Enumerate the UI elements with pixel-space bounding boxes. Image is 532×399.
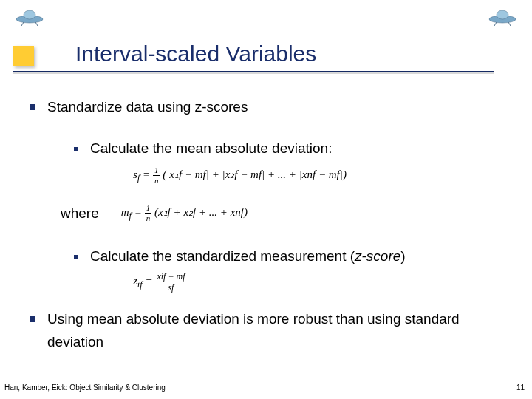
- bullet-level2: Calculate the mean absolute deviation:: [74, 137, 502, 160]
- where-row: where mf = 1n (x₁f + x₂f + ... + xnf): [61, 202, 502, 225]
- fraction: 1n: [145, 204, 152, 222]
- eq: =: [132, 206, 145, 218]
- formula-mad: sf = 1n (|x₁f − mf| + |x₂f − mf| + ... +…: [133, 165, 502, 186]
- bullet-text: Calculate the mean absolute deviation:: [90, 137, 332, 160]
- slide-number: 11: [516, 383, 525, 392]
- bullet-text: Calculate the standardized measurement (…: [90, 245, 406, 267]
- svg-line-2: [21, 22, 24, 26]
- svg-line-7: [508, 22, 511, 26]
- zscore-em: z-score: [355, 248, 400, 264]
- bullet-level1: Using mean absolute deviation is more ro…: [30, 308, 502, 353]
- eq: =: [143, 275, 156, 287]
- denom: n: [145, 214, 152, 222]
- footer: Han, Kamber, Eick: Object Similarity & C…: [4, 383, 525, 392]
- where-label: where: [61, 202, 99, 225]
- bullet-level2: Calculate the standardized measurement (…: [74, 245, 502, 267]
- slide: Interval-scaled Variables Standardize da…: [0, 0, 532, 399]
- terms: (|x₁f − mf| + |x₂f − mf| + ... + |xnf − …: [163, 168, 347, 180]
- square-bullet-icon: [74, 255, 78, 259]
- formula-zscore: zif = xif − mfsf: [133, 272, 502, 292]
- sub: if: [137, 279, 143, 290]
- svg-point-5: [497, 10, 508, 19]
- title-shadow: [13, 72, 494, 74]
- numer: 1: [153, 166, 160, 176]
- svg-line-6: [494, 22, 497, 26]
- terms: (x₁f + x₂f + ... + xnf): [154, 206, 248, 218]
- txt: ): [400, 248, 405, 264]
- square-bullet-icon: [30, 104, 35, 110]
- slide-title: Interval-scaled Variables: [75, 41, 316, 66]
- denom: n: [153, 176, 160, 185]
- numer: 1: [145, 204, 152, 214]
- body-content: Standardize data using z-scores Calculat…: [30, 96, 502, 353]
- footer-left: Han, Kamber, Eick: Object Similarity & C…: [4, 383, 166, 392]
- square-bullet-icon: [30, 316, 35, 322]
- numer: xif − mf: [155, 272, 186, 282]
- bullet-text: Using mean absolute deviation is more ro…: [47, 308, 502, 353]
- ufo-icon: [15, 7, 44, 27]
- denom: sf: [155, 282, 186, 292]
- fraction: 1n: [153, 166, 160, 185]
- var: m: [121, 206, 129, 218]
- ufo-icon: [488, 7, 517, 27]
- bullet-level1: Standardize data using z-scores: [30, 96, 502, 118]
- eq: =: [140, 168, 153, 180]
- title-accent-box: [13, 46, 34, 66]
- svg-line-3: [35, 22, 38, 26]
- svg-point-1: [24, 10, 35, 19]
- bullet-text: Standardize data using z-scores: [47, 96, 248, 118]
- fraction: xif − mfsf: [155, 272, 186, 292]
- formula-mean: mf = 1n (x₁f + x₂f + ... + xnf): [121, 203, 248, 223]
- square-bullet-icon: [74, 147, 78, 151]
- txt: Calculate the standardized measurement (: [90, 248, 355, 264]
